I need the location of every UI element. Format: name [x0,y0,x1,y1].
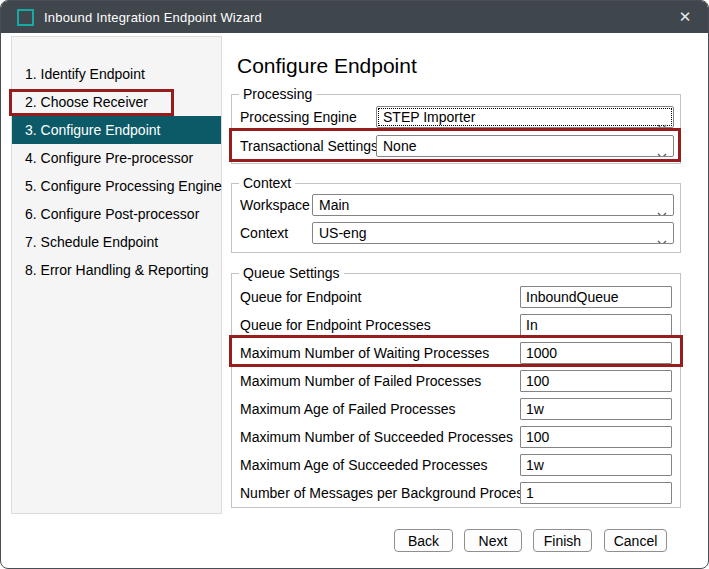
sidebar-item-choose-receiver[interactable]: 2. Choose Receiver [12,88,221,116]
close-icon[interactable]: ✕ [662,1,708,33]
cancel-button[interactable]: Cancel [604,529,667,552]
chevron-down-icon [657,231,667,244]
workspace-label: Workspace [240,194,310,216]
context-group: Context Workspace Main Context US-eng [231,183,681,253]
queue-for-endpoint-processes-input[interactable] [520,314,672,336]
queue-for-endpoint-label: Queue for Endpoint [240,286,361,308]
processing-group-legend: Processing [239,86,316,102]
context-group-legend: Context [239,175,295,191]
max-age-failed-processes-input[interactable] [520,398,672,420]
max-succeeded-processes-input[interactable] [520,426,672,448]
wizard-dialog: Inbound Integration Endpoint Wizard ✕ 1.… [0,0,709,569]
processing-engine-label: Processing Engine [240,106,357,128]
chevron-down-icon [657,115,667,128]
sidebar-item-error-handling[interactable]: 8. Error Handling & Reporting [12,256,221,284]
max-failed-processes-input[interactable] [520,370,672,392]
context-combobox[interactable]: US-eng [312,222,674,244]
max-age-succeeded-processes-input[interactable] [520,454,672,476]
app-icon [17,9,34,26]
chevron-down-icon [657,144,667,157]
transactional-settings-label: Transactional Settings [240,135,378,157]
transactional-settings-value: None [383,138,416,154]
messages-per-background-process-input[interactable] [520,482,672,504]
max-waiting-processes-label: Maximum Number of Waiting Processes [240,342,489,364]
max-age-failed-processes-label: Maximum Age of Failed Processes [240,398,456,420]
window-title: Inbound Integration Endpoint Wizard [44,10,262,25]
max-age-succeeded-processes-label: Maximum Age of Succeeded Processes [240,454,487,476]
chevron-down-icon [657,203,667,216]
context-value: US-eng [319,225,366,241]
finish-button[interactable]: Finish [533,529,592,552]
sidebar-item-schedule-endpoint[interactable]: 7. Schedule Endpoint [12,228,221,256]
workspace-value: Main [319,197,349,213]
context-label: Context [240,222,288,244]
max-waiting-processes-input[interactable] [520,342,672,364]
sidebar-item-identify-endpoint[interactable]: 1. Identify Endpoint [12,60,221,88]
processing-engine-value: STEP Importer [383,109,475,125]
wizard-steps-sidebar: 1. Identify Endpoint 2. Choose Receiver … [11,36,222,514]
back-button[interactable]: Back [394,529,453,552]
sidebar-item-configure-pre-processor[interactable]: 4. Configure Pre-processor [12,144,221,172]
sidebar-item-configure-post-processor[interactable]: 6. Configure Post-processor [12,200,221,228]
page-title: Configure Endpoint [237,54,417,78]
sidebar-item-configure-processing-engine[interactable]: 5. Configure Processing Engine [12,172,221,200]
queue-settings-group: Queue Settings Queue for Endpoint Queue … [231,273,681,508]
next-button[interactable]: Next [464,529,522,552]
transactional-settings-combobox[interactable]: None [376,135,674,157]
processing-engine-combobox[interactable]: STEP Importer [376,106,674,128]
queue-for-endpoint-input[interactable] [520,286,672,308]
processing-group: Processing Processing Engine STEP Import… [231,94,681,164]
messages-per-background-process-label: Number of Messages per Background Proces… [240,482,530,504]
queue-settings-group-legend: Queue Settings [239,265,344,281]
max-succeeded-processes-label: Maximum Number of Succeeded Processes [240,426,513,448]
title-bar: Inbound Integration Endpoint Wizard ✕ [1,1,708,33]
queue-for-endpoint-processes-label: Queue for Endpoint Processes [240,314,431,336]
sidebar-item-configure-endpoint[interactable]: 3. Configure Endpoint [12,116,221,144]
max-failed-processes-label: Maximum Number of Failed Processes [240,370,481,392]
workspace-combobox[interactable]: Main [312,194,674,216]
